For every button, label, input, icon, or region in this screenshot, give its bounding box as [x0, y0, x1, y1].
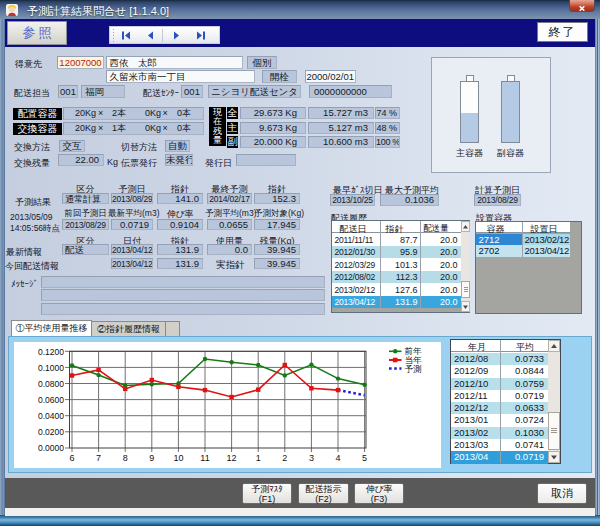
svg-text:9: 9	[149, 453, 154, 463]
svg-text:11: 11	[200, 453, 209, 463]
svg-text:予測: 予測	[405, 364, 423, 374]
svg-text:8: 8	[123, 453, 128, 463]
svg-text:7: 7	[96, 453, 101, 463]
svg-text:4: 4	[335, 453, 340, 463]
svg-text:6: 6	[69, 453, 74, 463]
svg-text:0.1000: 0.1000	[38, 363, 64, 373]
svg-text:0.0000: 0.0000	[38, 443, 64, 453]
svg-text:12: 12	[227, 453, 237, 463]
svg-text:10: 10	[173, 453, 183, 463]
svg-text:0.0800: 0.0800	[38, 379, 64, 389]
svg-text:0.0600: 0.0600	[38, 395, 64, 405]
svg-text:0.0400: 0.0400	[38, 411, 64, 421]
svg-text:0.1200: 0.1200	[38, 347, 64, 357]
svg-text:1: 1	[256, 453, 261, 463]
svg-text:5: 5	[362, 453, 367, 463]
svg-text:0.0200: 0.0200	[38, 427, 64, 437]
svg-text:2: 2	[282, 453, 287, 463]
svg-text:3: 3	[309, 453, 314, 463]
